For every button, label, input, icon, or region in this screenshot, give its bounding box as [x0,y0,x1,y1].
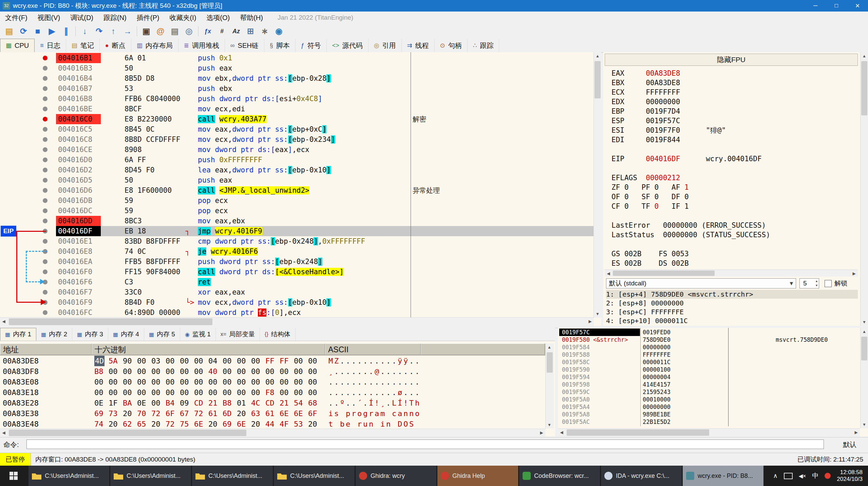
memory-byte[interactable]: 00 [223,387,237,398]
taskbar-item-explorer-1[interactable]: C:\Users\Administ... [29,466,109,486]
taskbar-item-explorer-3[interactable]: C:\Users\Administ... [192,466,273,486]
memory-byte[interactable]: 00 [137,377,151,387]
memory-byte[interactable]: 00 [109,366,123,377]
register-line[interactable] [611,240,858,249]
disasm-row[interactable]: 004016F733C0xor eax,eax [0,287,594,297]
bullet-icon[interactable] [43,66,48,71]
breakpoint-gutter[interactable] [0,175,56,185]
argument-row[interactable]: 3: [esp+C] FFFFFFFE [606,307,858,316]
memory-byte[interactable]: 00 [123,387,137,398]
breakpoint-gutter[interactable] [0,114,56,124]
tab-call-stack[interactable]: ≣调用堆栈 [178,39,225,52]
scroll-thumb[interactable] [9,318,212,325]
bullet-icon[interactable] [43,137,48,142]
memory-byte[interactable]: 00 [308,387,322,398]
memory-byte[interactable]: 69 [94,408,109,419]
memory-byte[interactable]: CD [265,398,280,408]
disasm-row[interactable]: 004016F0FF15 90F84000call dword ptr ds:[… [0,267,594,277]
memory-byte[interactable]: 61 [208,408,223,419]
memory-byte[interactable]: 00 [251,377,265,387]
stack-vscrollbar[interactable] [860,328,868,428]
register-line[interactable]: ESI 0019F7F0 "猅@" [611,126,858,135]
breakpoint-gutter[interactable] [0,216,56,226]
memory-byte[interactable]: 40 [208,366,223,377]
memory-byte[interactable]: 6F [166,408,180,419]
memory-byte[interactable]: 6D [223,408,237,419]
menu-item[interactable]: 调试(D) [65,12,98,24]
menu-item[interactable]: 插件(P) [132,12,165,24]
memory-byte[interactable]: 00 [180,377,194,387]
argument-count-stepper[interactable]: 5 [799,278,819,288]
tab-seh[interactable]: ∞SEH链 [225,39,264,52]
scroll-up-icon[interactable] [546,343,553,351]
start-button[interactable] [0,466,27,486]
register-line[interactable]: LastError 00000000 (ERROR_SUCCESS) [611,221,858,230]
disasm-row[interactable]: 004016F98B4D F0└>mov ecx,dword ptr ss:[e… [0,297,594,307]
bullet-icon[interactable] [43,269,48,274]
memory-byte[interactable]: 4D [94,356,105,366]
tab-notes[interactable]: ▤笔记 [66,39,100,52]
memory-byte[interactable]: 00 [280,377,294,387]
scroll-down-icon[interactable] [861,421,868,428]
memory-byte[interactable]: B8 [94,366,109,377]
taskbar-item-ida[interactable]: IDA - wcry.exe C:\... [601,466,682,486]
scroll-thumb[interactable] [861,61,867,115]
minimize-button[interactable]: ─ [805,0,826,12]
tab-handles[interactable]: ⊙句柄 [435,39,468,52]
registers-vscrollbar[interactable] [860,52,868,326]
memory-byte[interactable]: 00 [208,377,223,387]
dump-vscrollbar[interactable] [545,343,554,429]
bullet-icon[interactable] [43,76,48,81]
memory-row[interactable]: 00A83DE84D5A90000300000004000000FFFF0000… [0,356,544,366]
breakpoint-gutter[interactable] [0,63,56,73]
tab-script[interactable]: §脚本 [264,39,296,52]
register-line[interactable]: EBP 0019F7D4 [611,107,858,116]
column-header-hex[interactable]: 十六进制 [92,343,325,355]
stack-row[interactable]: 0019F5AC22B1E5D2 [558,418,860,426]
search-button[interactable]: ◉ [272,25,286,38]
memory-byte[interactable]: 00 [294,377,308,387]
memory-byte[interactable]: B4 [166,398,180,408]
memory-byte[interactable]: 6E [280,408,294,419]
memory-byte[interactable]: 4F [280,419,294,429]
memory-byte[interactable]: 00 [308,377,322,387]
memory-row[interactable]: 00A83E48742062652072756E20696E20444F5320… [0,419,544,429]
memory-byte[interactable]: 5A [109,356,123,366]
register-line[interactable]: ECX FFFFFFFF [611,88,858,97]
tab-trace[interactable]: ∴跟踪 [468,39,499,52]
memory-byte[interactable]: 72 [194,408,208,419]
taskbar-item-ghidra[interactable]: Ghidra: wcry [356,466,436,486]
breakpoint-gutter[interactable] [0,236,56,246]
memory-byte[interactable]: 20 [251,419,265,429]
memory-byte[interactable]: 00 [151,387,166,398]
hide-fpu-button[interactable]: 隐藏FPU [605,54,858,66]
memory-byte[interactable]: 00 [123,366,137,377]
step-over-button[interactable]: ↷ [92,25,106,38]
menu-item[interactable]: 收藏夹(I) [164,12,201,24]
disasm-row[interactable]: 004016C88B8D CCFDFFFFmov ecx,dword ptr s… [0,134,594,145]
scroll-thumb[interactable] [861,337,867,360]
memory-byte[interactable]: 0E [94,398,109,408]
scroll-up-icon[interactable] [594,52,601,60]
menu-item[interactable]: 帮助(H) [235,12,268,24]
tray-network-icon[interactable] [784,473,793,479]
memory-byte[interactable]: 0E [137,398,151,408]
tray-chevron-icon[interactable] [773,472,778,480]
tab-threads[interactable]: ⇉线程 [402,39,435,52]
memory-byte[interactable]: 00 [237,377,251,387]
scroll-thumb[interactable] [547,352,553,373]
stack-row[interactable]: 0019F58C0000011C [558,358,860,366]
tray-ime-indicator[interactable]: 中 [812,471,818,480]
taskbar-item-ghidra-help[interactable]: Ghidra Help [437,466,518,486]
breakpoint-gutter[interactable] [0,165,56,175]
settings-button[interactable]: ∗ [258,25,272,38]
seh-chain-button[interactable]: ◎ [182,25,196,38]
breakpoint-icon[interactable] [43,117,48,122]
memory-byte[interactable]: 00 [251,366,265,377]
maximize-button[interactable]: □ [826,0,847,12]
breakpoint-gutter[interactable] [0,73,56,83]
memory-byte[interactable]: 00 [180,387,194,398]
memory-byte[interactable]: 00 [151,398,166,408]
stack-row[interactable]: 0019F59400000004 [558,373,860,381]
step-into-button[interactable]: ↓ [78,25,92,38]
